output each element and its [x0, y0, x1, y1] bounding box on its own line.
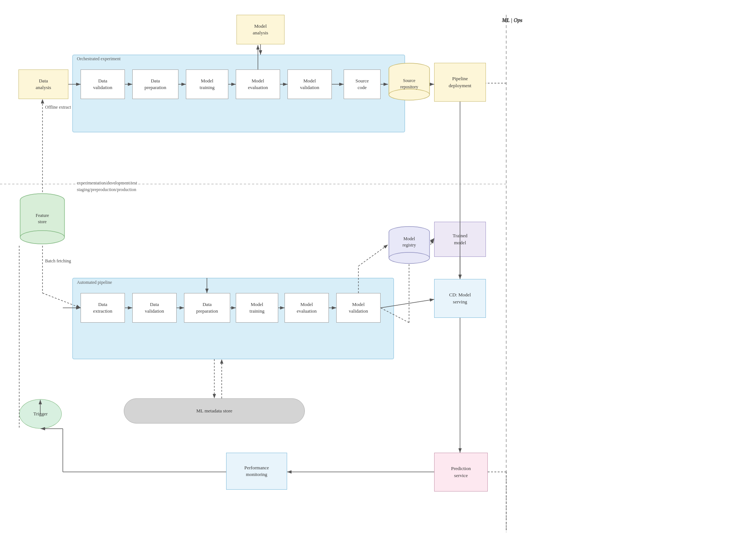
data-validation-1-box: Data validation	[81, 69, 125, 99]
model-analysis-box: Model analysis	[236, 15, 285, 44]
svg-point-9	[389, 252, 430, 263]
model-registry-cylinder: Model registry	[388, 225, 430, 264]
data-preparation-2-box: Data preparation	[184, 293, 230, 323]
svg-point-14	[20, 231, 65, 244]
trigger-oval: Trigger	[19, 399, 62, 429]
cd-model-serving-box: CD: Model serving	[434, 279, 486, 318]
model-validation-2-box: Model validation	[336, 293, 381, 323]
orchestrated-label: Orchestrated experiment	[77, 56, 120, 62]
performance-monitoring-box: Performance monitoring	[226, 453, 287, 490]
svg-line-44	[430, 239, 434, 245]
trained-model-box: Trained model	[434, 222, 486, 257]
offline-extract-label: Offline extract	[45, 104, 71, 110]
env-label-1: experimentation/development/test	[77, 180, 137, 186]
model-validation-1-box: Model validation	[287, 69, 332, 99]
source-code-box: Source code	[344, 69, 381, 99]
svg-line-60	[430, 238, 434, 242]
source-repository-cylinder: Source repository	[388, 62, 430, 101]
mlops-diagram: ML | Ops Orchestrated experiment Automat…	[0, 0, 756, 534]
data-validation-2-box: Data validation	[132, 293, 177, 323]
feature-store-cylinder: Feature store	[19, 192, 65, 246]
pipeline-deployment-box: Pipeline deployment	[434, 63, 486, 102]
env-label-2: staging/preproduction/production	[77, 187, 136, 193]
batch-fetching-label: Batch fetching	[45, 258, 71, 264]
mlops-text: ML | Ops	[502, 17, 522, 23]
svg-line-43	[358, 245, 388, 266]
ml-metadata-store: ML metadata store	[124, 398, 305, 424]
prediction-service-box: Prediction service	[434, 453, 488, 492]
model-training-2-box: Model training	[236, 293, 278, 323]
data-analysis-box: Data analysis	[18, 69, 68, 99]
data-preparation-1-box: Data preparation	[132, 69, 178, 99]
model-evaluation-2-box: Model evaluation	[285, 293, 329, 323]
model-evaluation-1-box: Model evaluation	[236, 69, 280, 99]
svg-point-4	[389, 89, 430, 100]
data-extraction-box: Data extraction	[81, 293, 125, 323]
automated-label: Automated pipeline	[77, 280, 112, 285]
model-training-1-box: Model training	[186, 69, 228, 99]
